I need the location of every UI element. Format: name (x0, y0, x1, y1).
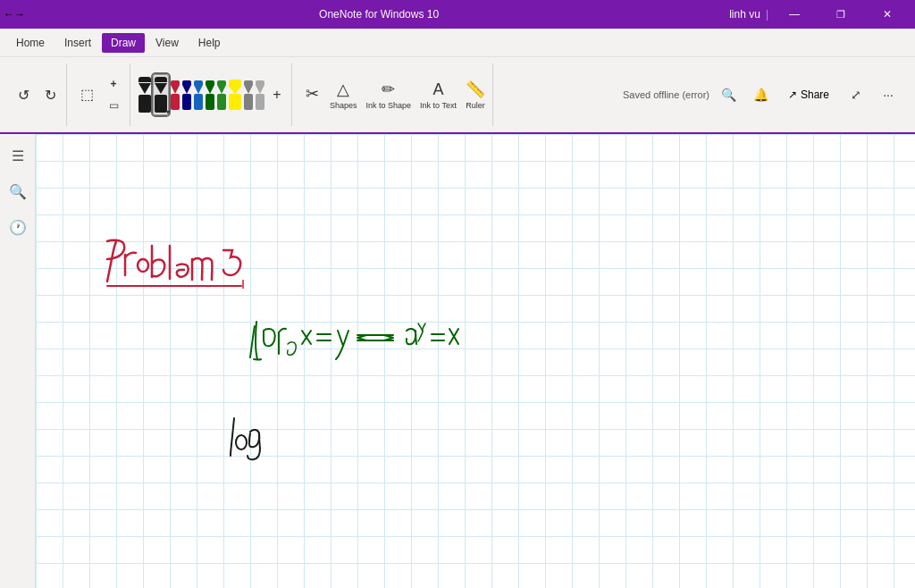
minimize-button[interactable]: — (774, 0, 815, 29)
shapes-icon: △ (337, 80, 349, 99)
share-icon: ↗ (788, 88, 797, 101)
title-writing (107, 240, 243, 289)
sidebar-search-icon[interactable]: 🔍 (4, 177, 32, 206)
formula-line2 (231, 418, 260, 459)
ink-tools-group: ✂ △ Shapes ✏ Ink to Shape A Ink to Text … (296, 63, 493, 126)
titlebar: ← → OneNote for Windows 10 linh vu | — ❐… (0, 0, 915, 29)
close-button[interactable]: ✕ (867, 0, 908, 29)
expand-button[interactable]: ⤢ (844, 82, 869, 107)
menubar: Home Insert Draw View Help (0, 29, 915, 57)
ink-to-shape-button[interactable]: ✏ Ink to Shape (363, 68, 416, 122)
back-button[interactable]: ← (4, 8, 14, 21)
sidebar-menu-icon[interactable]: ☰ (4, 141, 32, 170)
pen-green[interactable] (205, 79, 215, 112)
menu-view[interactable]: View (147, 33, 188, 53)
pen-black-selected[interactable]: ▾ (153, 74, 169, 115)
toolbar: ↺ ↻ ⬚ + ▭ ▾ (0, 57, 915, 134)
pen-red[interactable] (170, 79, 180, 112)
share-button[interactable]: ↗ Share (781, 86, 836, 104)
ink-to-shape-label: Ink to Shape (366, 101, 412, 110)
toolbar-right: Saved offline (error) 🔍 🔔 ↗ Share ⤢ ··· (623, 82, 908, 107)
menu-insert[interactable]: Insert (55, 33, 100, 53)
undo-redo-group: ↺ ↻ (7, 63, 67, 126)
lasso-select-icon: ✂ (306, 84, 319, 104)
formula-line1 (250, 322, 458, 359)
more-button[interactable]: ··· (876, 82, 901, 107)
pen-yellow[interactable] (228, 78, 242, 112)
ruler-button[interactable]: 📏 Ruler (462, 68, 489, 122)
ruler-label: Ruler (466, 101, 485, 110)
lasso-button[interactable]: ⬚ (74, 68, 99, 122)
menu-home[interactable]: Home (7, 33, 54, 53)
bell-button[interactable]: 🔔 (749, 82, 774, 107)
main-area: ☰ 🔍 🕐 (0, 134, 915, 588)
save-status: Saved offline (error) (623, 89, 709, 100)
ink-to-text-button[interactable]: A Ink to Text (416, 68, 460, 122)
user-name: linh vu (729, 8, 760, 21)
note-content (36, 134, 915, 588)
lasso-icon: ⬚ (80, 86, 94, 103)
menu-help[interactable]: Help (189, 33, 230, 53)
eraser-button[interactable]: ▭ (101, 96, 126, 115)
handwriting (36, 134, 915, 588)
add-button[interactable]: + (101, 74, 126, 94)
pen-gray2[interactable] (255, 79, 265, 112)
share-label: Share (801, 88, 829, 101)
pen-teal[interactable] (216, 79, 227, 112)
undo-button[interactable]: ↺ (11, 82, 36, 107)
shapes-button[interactable]: △ Shapes (326, 68, 361, 122)
ink-to-text-icon: A (433, 80, 444, 99)
selection-group: ⬚ + ▭ (71, 63, 130, 126)
sidebar-recent-icon[interactable]: 🕐 (4, 213, 32, 241)
sidebar: ☰ 🔍 🕐 (0, 134, 36, 588)
redo-button[interactable]: ↻ (38, 82, 63, 107)
forward-button[interactable]: → (14, 8, 25, 21)
pen-gray1[interactable] (243, 79, 254, 112)
ink-to-shape-icon: ✏ (382, 80, 395, 99)
ruler-icon: 📏 (466, 80, 485, 99)
svg-point-9 (236, 435, 247, 449)
shapes-label: Shapes (330, 101, 357, 110)
svg-point-0 (138, 259, 148, 272)
menu-draw[interactable]: Draw (102, 33, 145, 53)
pen-dark-blue[interactable] (181, 79, 192, 112)
pen-blue[interactable] (193, 79, 204, 112)
pen-black[interactable] (138, 75, 152, 114)
pen-tools-group: ▾ (134, 63, 292, 126)
search-button[interactable]: 🔍 (717, 82, 742, 107)
app-title: OneNote for Windows 10 (29, 8, 729, 21)
ink-to-text-label: Ink to Text (420, 101, 457, 110)
note-canvas[interactable] (36, 134, 915, 588)
add-pen-button[interactable]: + (266, 68, 288, 122)
lasso-select-button[interactable]: ✂ (299, 68, 324, 122)
restore-button[interactable]: ❐ (820, 0, 861, 29)
